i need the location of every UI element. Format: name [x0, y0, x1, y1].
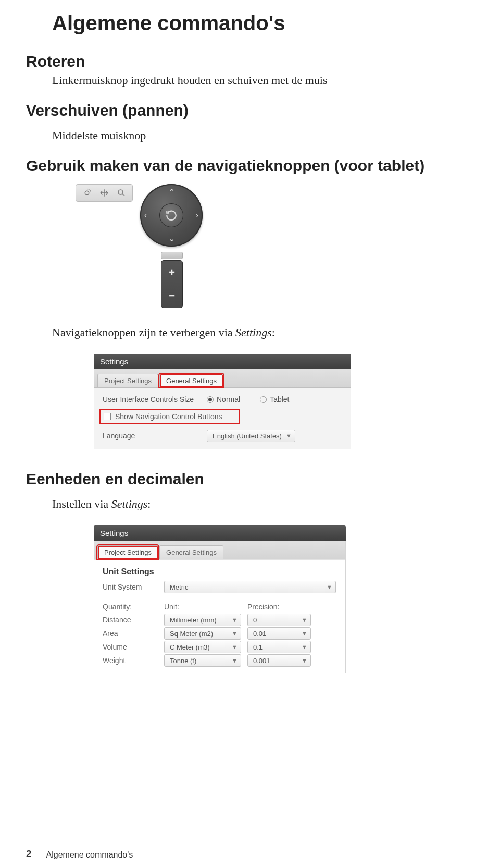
col-precision: Precision: — [247, 603, 279, 611]
unit-table-header: Quantity: Unit: Precision: — [94, 594, 345, 613]
unit-volume-precision-dropdown[interactable]: 0.1▼ — [247, 641, 311, 653]
arrow-left-icon: ‹ — [144, 211, 147, 220]
settings-panel-general: Settings Project Settings General Settin… — [94, 354, 474, 449]
page-number: 2 — [26, 848, 32, 860]
unit-weight-label: Weight — [103, 656, 164, 665]
chevron-down-icon: ▼ — [302, 630, 307, 637]
zoom-icon — [116, 187, 127, 199]
checkbox-show-nav-buttons[interactable] — [104, 413, 111, 420]
unit-distance-label: Distance — [103, 616, 164, 624]
navknoppen-hide-text: Navigatieknoppen zijn te verbergen via S… — [52, 326, 474, 339]
chevron-down-icon: ▼ — [232, 630, 238, 637]
unit-distance-precision-dropdown[interactable]: 0▼ — [247, 614, 311, 626]
chevron-down-icon: ▼ — [232, 617, 238, 623]
svg-point-1 — [118, 190, 123, 194]
section-navknoppen-heading: Gebruik maken van de navigatieknoppen (v… — [26, 157, 474, 175]
chevron-down-icon: ▼ — [302, 644, 307, 650]
tab-project-settings-2[interactable]: Project Settings — [97, 545, 158, 559]
section-verschuiven-text: Middelste muisknop — [52, 129, 474, 142]
chevron-down-icon: ▼ — [286, 433, 292, 439]
unit-settings-title: Unit Settings — [94, 559, 345, 580]
show-nav-buttons-row: Show Navigation Control Buttons — [99, 409, 240, 424]
zoom-minus-icon: − — [169, 290, 175, 302]
arrow-right-icon: › — [196, 211, 198, 220]
unit-volume-label: Volume — [103, 643, 164, 651]
tab-general-settings-2[interactable]: General Settings — [159, 545, 223, 559]
chevron-down-icon: ▼ — [327, 584, 332, 590]
unit-distance-unit-dropdown[interactable]: Millimeter (mm)▼ — [164, 614, 241, 626]
language-row: Language English (United States)▼ — [103, 430, 342, 442]
page-title: Algemene commando's — [52, 11, 474, 35]
navigation-disc[interactable]: ⌃ ⌄ ‹ › — [140, 184, 203, 247]
settings-panel-title: Settings — [94, 354, 351, 369]
orbit-center-icon — [159, 203, 183, 227]
radio-tablet-label: Tablet — [270, 395, 289, 404]
section-verschuiven-heading: Verschuiven (pannen) — [26, 102, 474, 119]
page-footer: 2 Algemene commando's — [26, 848, 133, 860]
footer-text: Algemene commando's — [46, 850, 133, 860]
tab-project-settings[interactable]: Project Settings — [97, 374, 158, 387]
unit-system-label: Unit System — [103, 583, 164, 591]
chevron-down-icon: ▼ — [302, 657, 307, 664]
unit-area-precision-dropdown[interactable]: 0.01▼ — [247, 627, 311, 640]
zoom-slider[interactable]: + − — [161, 260, 183, 308]
chevron-down-icon: ▼ — [232, 657, 238, 664]
section-eenheden-text: Instellen via Settings: — [52, 497, 474, 511]
unit-row-volume: Volume C Meter (m3)▼ 0.1▼ — [94, 640, 345, 654]
svg-point-0 — [85, 191, 89, 195]
section-eenheden-heading: Eenheden en decimalen — [26, 470, 474, 488]
ui-controls-size-label: User Interface Controls Size — [103, 395, 207, 404]
unit-row-weight: Weight Tonne (t)▼ 0.001▼ — [94, 654, 345, 667]
settings-panel-title-2: Settings — [94, 525, 346, 541]
chevron-down-icon: ▼ — [302, 617, 307, 623]
language-label: Language — [103, 432, 207, 440]
pan-icon — [98, 187, 110, 199]
unit-volume-unit-dropdown[interactable]: C Meter (m3)▼ — [164, 641, 241, 653]
unit-weight-precision-dropdown[interactable]: 0.001▼ — [247, 654, 311, 667]
unit-area-unit-dropdown[interactable]: Sq Meter (m2)▼ — [164, 627, 241, 640]
zoom-slider-handle[interactable] — [161, 252, 183, 259]
orbit-icon — [81, 187, 93, 199]
ui-controls-size-row: User Interface Controls Size Normal Tabl… — [103, 395, 342, 404]
settings-tabs-2: Project Settings General Settings — [94, 541, 345, 559]
col-quantity: Quantity: — [103, 603, 164, 611]
unit-row-distance: Distance Millimeter (mm)▼ 0▼ — [94, 613, 345, 627]
unit-row-area: Area Sq Meter (m2)▼ 0.01▼ — [94, 627, 345, 640]
unit-area-label: Area — [103, 629, 164, 638]
tab-general-settings[interactable]: General Settings — [159, 374, 223, 387]
radio-normal-label: Normal — [217, 395, 240, 404]
unit-weight-unit-dropdown[interactable]: Tonne (t)▼ — [164, 654, 241, 667]
radio-tablet[interactable] — [260, 396, 267, 403]
settings-tabs: Project Settings General Settings — [94, 369, 351, 388]
settings-panel-units: Settings Project Settings General Settin… — [94, 525, 474, 673]
radio-normal[interactable] — [207, 396, 214, 403]
arrow-down-icon: ⌄ — [168, 234, 175, 243]
unit-system-dropdown[interactable]: Metric▼ — [164, 581, 336, 593]
section-roteren-text: Linkermuisknop ingedrukt houden en schui… — [52, 74, 474, 87]
language-dropdown[interactable]: English (United States)▼ — [207, 430, 295, 442]
zoom-plus-icon: + — [169, 266, 175, 278]
nav-mini-toolbar — [76, 184, 133, 202]
unit-system-row: Unit System Metric▼ — [94, 580, 345, 594]
chevron-down-icon: ▼ — [232, 644, 238, 650]
col-unit: Unit: — [164, 603, 247, 611]
navigation-controls-illustration: ⌃ ⌄ ‹ › + − — [76, 184, 474, 308]
show-nav-buttons-label: Show Navigation Control Buttons — [115, 412, 222, 421]
arrow-up-icon: ⌃ — [168, 187, 175, 197]
section-roteren-heading: Roteren — [26, 53, 474, 70]
